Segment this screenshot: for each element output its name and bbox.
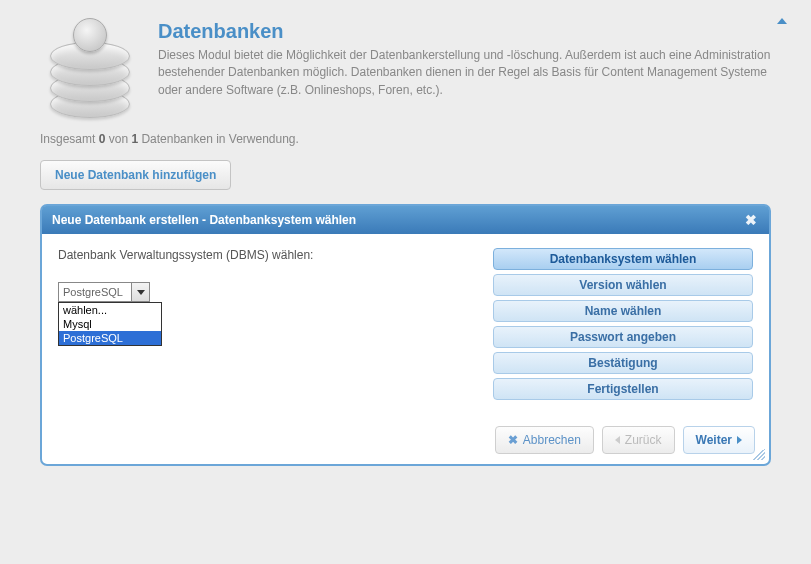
cancel-button[interactable]: ✖ Abbrechen <box>495 426 594 454</box>
add-database-button[interactable]: Neue Datenbank hinzufügen <box>40 160 231 190</box>
dbms-dropdown: wählen... Mysql PostgreSQL <box>58 302 162 346</box>
page-description: Dieses Modul bietet die Möglichkeit der … <box>158 47 771 99</box>
create-database-modal: Neue Datenbank erstellen - Datenbanksyst… <box>40 204 771 466</box>
x-icon: ✖ <box>508 433 518 447</box>
modal-header: Neue Datenbank erstellen - Datenbanksyst… <box>42 206 769 234</box>
chevron-down-icon <box>131 283 149 301</box>
step-password[interactable]: Passwort angeben <box>493 326 753 348</box>
step-name[interactable]: Name wählen <box>493 300 753 322</box>
modal-footer: ✖ Abbrechen Zurück Weiter <box>56 426 755 454</box>
modal-title: Neue Datenbank erstellen - Datenbanksyst… <box>52 213 356 227</box>
dropdown-option-postgresql[interactable]: PostgreSQL <box>59 331 161 345</box>
module-header: Datenbanken Dieses Modul bietet die Mögl… <box>40 20 771 120</box>
page-title: Datenbanken <box>158 20 771 43</box>
step-finish[interactable]: Fertigstellen <box>493 378 753 400</box>
step-version[interactable]: Version wählen <box>493 274 753 296</box>
database-icon <box>40 20 140 120</box>
step-dbms[interactable]: Datenbanksystem wählen <box>493 248 753 270</box>
wizard-steps: Datenbanksystem wählen Version wählen Na… <box>493 248 753 414</box>
close-icon[interactable]: ✖ <box>743 212 759 228</box>
dropdown-option-placeholder[interactable]: wählen... <box>59 303 161 317</box>
back-button: Zurück <box>602 426 675 454</box>
triangle-left-icon <box>615 436 620 444</box>
dbms-select-value: PostgreSQL <box>59 286 131 298</box>
usage-text: Insgesamt 0 von 1 Datenbanken in Verwend… <box>40 132 771 146</box>
resize-handle-icon[interactable] <box>753 448 765 460</box>
dbms-select[interactable]: PostgreSQL <box>58 282 150 302</box>
dbms-label: Datenbank Verwaltungssystem (DBMS) wähle… <box>58 248 473 262</box>
dropdown-option-mysql[interactable]: Mysql <box>59 317 161 331</box>
collapse-icon[interactable] <box>777 18 787 24</box>
step-confirm[interactable]: Bestätigung <box>493 352 753 374</box>
triangle-right-icon <box>737 436 742 444</box>
next-button[interactable]: Weiter <box>683 426 755 454</box>
